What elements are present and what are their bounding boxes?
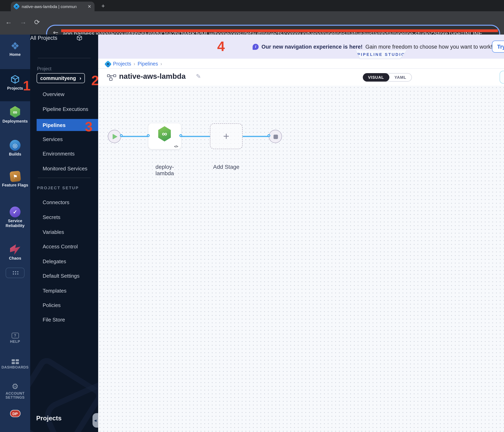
annotation-3: 3	[85, 120, 92, 133]
visual-yaml-toggle[interactable]: VISUAL YAML	[363, 73, 412, 82]
add-stage-label: Add Stage	[210, 164, 243, 170]
sidebar-item-environments[interactable]: Environments	[43, 151, 75, 157]
sidebar-item-variables[interactable]: Variables	[43, 229, 64, 235]
nav-item-dashboards[interactable]: DASHBOARDS	[0, 359, 30, 370]
nav-item-service-reliability[interactable]: ✓ Service Reliability	[0, 207, 30, 228]
sidebar-item-default-settings[interactable]: Default Settings	[43, 273, 80, 279]
banner-text: Gain more freedom to choose how you want…	[365, 43, 493, 50]
left-nav-rail: ❖ Home Projects ∞ Deployments ◎ Builds ⚑…	[0, 35, 30, 432]
nav-item-feature-flags[interactable]: ⚑ Feature Flags	[0, 171, 30, 188]
sidebar-item-overview[interactable]: Overview	[43, 91, 64, 97]
pipeline-end-node[interactable]	[269, 130, 282, 143]
connector-port[interactable]	[147, 134, 150, 137]
sidebar-divider	[38, 58, 90, 58]
project-setup-heading: PROJECT SETUP	[37, 186, 79, 190]
sidebar-item-connectors[interactable]: Connectors	[43, 199, 69, 205]
help-icon: ?	[11, 333, 19, 338]
chevron-right-icon: ›	[134, 61, 135, 67]
pipeline-canvas[interactable]: ∞ </> + deploy-lambda Add Stage	[98, 86, 504, 432]
tab-close-icon[interactable]: ✕	[88, 4, 91, 9]
nav-item-help[interactable]: ? HELP	[0, 333, 30, 344]
pipeline-start-node[interactable]	[108, 130, 121, 143]
sidebar-footer-title: Projects	[36, 415, 62, 422]
sidebar-item-access-control[interactable]: Access Control	[43, 243, 78, 250]
breadcrumb-pipelines-link[interactable]: Pipelines	[138, 61, 158, 67]
nav-item-builds[interactable]: ◎ Builds	[0, 140, 30, 156]
sidebar-item-policies[interactable]: Policies	[43, 302, 61, 308]
cd-stage-icon: ∞	[158, 126, 171, 141]
collapse-icon: ◀	[94, 419, 97, 422]
project-label: Project	[37, 66, 52, 71]
all-projects-cube-icon	[76, 35, 83, 41]
pipeline-studio-tag: PIPELINE STUDIO	[356, 50, 407, 59]
breadcrumb-projects-link[interactable]: Projects	[113, 61, 131, 67]
edge-add-to-end	[243, 136, 269, 137]
edge-stage-to-add	[181, 136, 210, 137]
breadcrumb: ✕ Projects › Pipelines ›	[105, 60, 162, 68]
annotation-4: 4	[217, 39, 225, 53]
play-icon	[113, 134, 117, 139]
try-button[interactable]: Try	[492, 41, 504, 53]
sidebar-item-monitored-services[interactable]: Monitored Services	[43, 165, 88, 172]
sidebar-item-services[interactable]: Services	[43, 136, 63, 142]
chevron-right-icon: ›	[80, 75, 81, 81]
stage-name-label: deploy-lambda	[148, 164, 181, 176]
user-avatar[interactable]: DP	[0, 410, 30, 417]
sidebar-item-secrets[interactable]: Secrets	[43, 214, 60, 220]
toggle-yaml[interactable]: YAML	[389, 75, 412, 79]
info-icon: i	[252, 43, 259, 50]
feature-flags-icon: ⚑	[9, 171, 21, 182]
clipped-edge-button[interactable]	[500, 71, 504, 84]
nav-item-deployments[interactable]: ∞ Deployments	[0, 106, 30, 124]
deployments-icon: ∞	[10, 106, 20, 118]
back-icon[interactable]: ←	[5, 18, 12, 26]
pipeline-title-row: native-aws-lambda ✎ VISUAL YAML	[98, 69, 504, 86]
apps-grid-icon	[12, 270, 18, 275]
module-picker-button[interactable]	[6, 268, 25, 278]
project-sidebar: All Projects Project communityeng › Over…	[30, 35, 98, 432]
sidebar-item-delegates[interactable]: Delegates	[43, 258, 66, 264]
connector-port[interactable]	[180, 134, 182, 137]
new-tab-button[interactable]: +	[101, 2, 105, 9]
banner-strong-text: Our new navigation experience is here!	[261, 43, 363, 50]
sidebar-collapse-handle[interactable]: ◀	[92, 413, 98, 428]
sidebar-divider	[38, 178, 90, 178]
new-nav-banner: i Our new navigation experience is here!…	[98, 35, 504, 59]
edit-pencil-icon[interactable]: ✎	[196, 73, 201, 80]
plus-icon: +	[223, 132, 229, 140]
connector-port[interactable]	[268, 134, 270, 137]
annotation-1: 1	[23, 79, 31, 92]
browser-tab[interactable]: ✕ native-aws-lambda | commun ✕	[11, 2, 95, 11]
gear-icon: ⚙	[12, 383, 18, 390]
toggle-visual[interactable]: VISUAL	[363, 73, 389, 81]
sidebar-item-pipeline-executions[interactable]: Pipeline Executions	[43, 106, 88, 112]
reload-icon[interactable]: ⟳	[34, 18, 40, 26]
stage-deploy-lambda[interactable]: ∞ </>	[148, 123, 181, 149]
sidebar-item-pipelines[interactable]: Pipelines	[43, 122, 66, 128]
main-content: i Our new navigation experience is here!…	[98, 35, 504, 432]
annotation-url-underline	[61, 29, 498, 32]
sidebar-item-templates[interactable]: Templates	[43, 288, 67, 294]
pipeline-icon	[107, 74, 116, 81]
annotation-2: 2	[91, 74, 98, 87]
nav-item-home[interactable]: ❖ Home	[0, 41, 30, 57]
harness-favicon: ✕	[13, 3, 20, 10]
add-stage-node[interactable]: +	[210, 123, 243, 149]
harness-logo-icon: ✕	[104, 60, 112, 68]
service-reliability-icon: ✓	[10, 207, 20, 217]
project-selector[interactable]: communityeng ›	[36, 73, 85, 83]
sidebar-item-file-store[interactable]: File Store	[43, 317, 65, 323]
nav-item-account-settings[interactable]: ⚙ ACCOUNT SETTINGS	[0, 383, 30, 400]
chevron-right-icon: ›	[161, 61, 162, 67]
builds-icon: ◎	[10, 140, 20, 151]
nav-item-chaos[interactable]: Chaos	[0, 244, 30, 261]
dashboards-icon	[11, 359, 19, 364]
all-projects-button[interactable]: All Projects	[30, 35, 83, 41]
forward-icon[interactable]: →	[20, 18, 27, 26]
avatar: DP	[10, 410, 20, 417]
pipeline-title: native-aws-lambda	[119, 72, 186, 81]
connector-port[interactable]	[120, 134, 123, 137]
projects-cube-icon	[10, 74, 20, 85]
tab-title: native-aws-lambda | commun	[22, 4, 86, 9]
browser-tab-strip: ✕ native-aws-lambda | commun ✕ +	[0, 0, 504, 11]
